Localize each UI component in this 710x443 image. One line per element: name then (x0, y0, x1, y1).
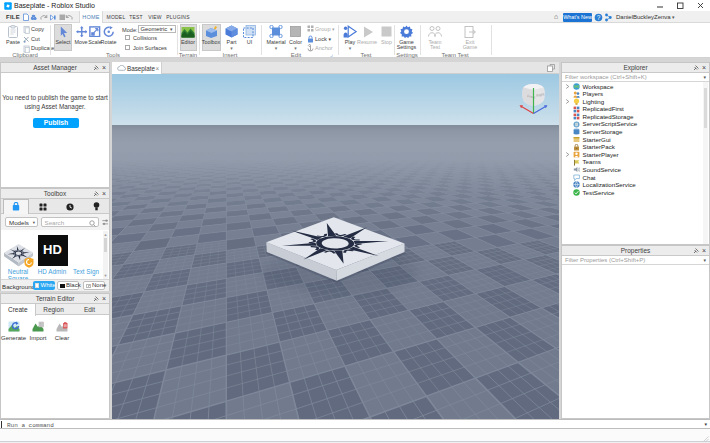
svg-text:?: ? (597, 13, 601, 20)
